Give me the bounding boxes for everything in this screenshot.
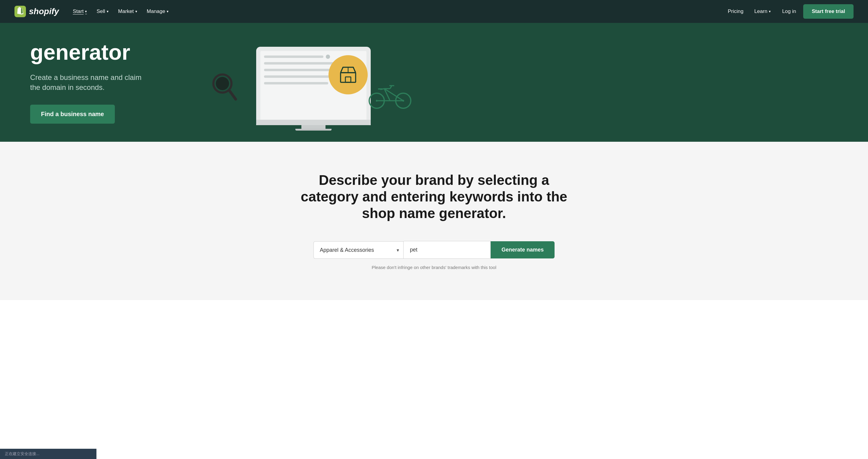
hero-title: generator [30, 41, 211, 64]
svg-rect-4 [341, 73, 355, 82]
nav-manage[interactable]: Manage ▾ [143, 6, 173, 17]
logo[interactable]: shopify [14, 6, 59, 17]
svg-line-9 [353, 67, 355, 73]
svg-line-8 [341, 67, 343, 73]
store-icon [338, 64, 359, 85]
category-select-wrapper: Apparel & Accessories Electronics Food &… [313, 241, 404, 259]
bicycle-icon [368, 75, 413, 113]
nav-links-left: Start ▾ Sell ▾ Market ▾ Manage ▾ [69, 6, 724, 17]
chevron-down-icon: ▾ [107, 9, 108, 13]
keyword-input[interactable] [404, 241, 491, 259]
hero-illustration [211, 34, 416, 131]
find-business-name-button[interactable]: Find a business name [30, 105, 115, 124]
chevron-down-icon: ▾ [769, 9, 771, 13]
nav-learn[interactable]: Learn ▾ [750, 6, 775, 17]
nav-pricing[interactable]: Pricing [724, 6, 748, 17]
svg-rect-5 [345, 77, 351, 82]
chevron-down-icon: ▾ [135, 9, 137, 13]
hero-content: generator Create a business name and cla… [30, 23, 211, 142]
nav-sell[interactable]: Sell ▾ [92, 6, 113, 17]
generate-names-button[interactable]: Generate names [491, 241, 555, 258]
svg-point-2 [216, 77, 229, 90]
disclaimer-text: Please don't infringe on other brands' t… [372, 265, 496, 270]
store-circle-icon [329, 55, 368, 94]
nav-start[interactable]: Start ▾ [69, 6, 91, 17]
section-title: Describe your brand by selecting a categ… [299, 172, 569, 222]
category-select[interactable]: Apparel & Accessories Electronics Food &… [313, 241, 404, 259]
generator-section: Describe your brand by selecting a categ… [0, 142, 868, 300]
nav-market[interactable]: Market ▾ [114, 6, 141, 17]
navigation: shopify Start ▾ Sell ▾ Market ▾ Manage ▾… [0, 0, 868, 23]
start-free-trial-button[interactable]: Start free trial [803, 4, 854, 19]
logo-text: shopify [29, 7, 59, 16]
hero-subtitle: Create a business name and claimthe doma… [30, 73, 211, 93]
shopify-logo-icon [14, 6, 26, 17]
chevron-down-icon: ▾ [167, 9, 168, 13]
generator-form: Apparel & Accessories Electronics Food &… [313, 241, 555, 259]
magnifier-icon [211, 72, 238, 107]
nav-login[interactable]: Log in [777, 6, 801, 17]
svg-line-3 [229, 90, 236, 99]
chevron-down-icon: ▾ [85, 9, 87, 13]
nav-links-right: Pricing Learn ▾ Log in Start free trial [724, 4, 854, 19]
